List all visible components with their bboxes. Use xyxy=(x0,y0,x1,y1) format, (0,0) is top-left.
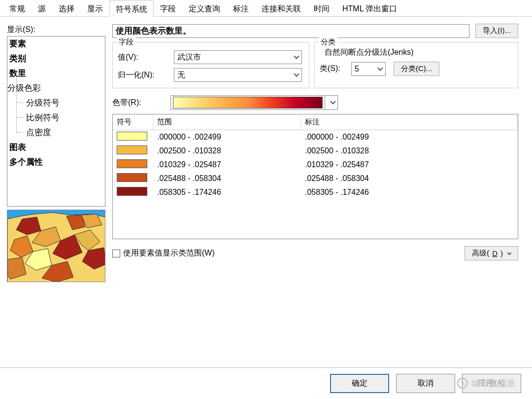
apply-button[interactable]: 应用(A) xyxy=(462,374,521,393)
classification-legend: 分类 xyxy=(319,37,337,47)
cancel-button[interactable]: 取消 xyxy=(396,374,455,393)
color-ramp-label: 色带(R): xyxy=(112,98,166,108)
class-range[interactable]: .000000 - .002499 xyxy=(153,131,301,143)
chevron-down-icon xyxy=(330,99,335,104)
tree-features[interactable]: 要素 xyxy=(7,36,105,51)
value-label: 值(V): xyxy=(118,52,171,63)
color-ramp-dropdown[interactable] xyxy=(325,96,337,109)
symbology-category-tree[interactable]: 要素 类别 数里 分级色彩 分级符号 比例符号 点密度 图表 多个属性 xyxy=(7,36,105,207)
class-range[interactable]: .010329 - .025487 xyxy=(153,159,301,171)
value-field-select[interactable]: 武汉市 xyxy=(174,50,302,64)
tab-labels[interactable]: 标注 xyxy=(227,0,255,16)
tab-defquery[interactable]: 定义查询 xyxy=(182,0,227,16)
class-label[interactable]: .010329 - .025487 xyxy=(301,159,518,171)
color-ramp-preview xyxy=(173,97,323,109)
table-row[interactable]: .002500 - .010328.002500 - .010328 xyxy=(113,144,518,158)
header-label[interactable]: 标注 xyxy=(301,114,518,130)
classes-count-value: 5 xyxy=(355,65,359,73)
normalization-label: 归一化(N): xyxy=(118,70,171,80)
table-row[interactable]: .025488 - .058304.025488 - .058304 xyxy=(113,172,518,185)
tree-multi-attrs[interactable]: 多个属性 xyxy=(7,155,105,170)
tree-graduated-colors-label: 分级色彩 xyxy=(7,83,41,93)
color-ramp-select[interactable] xyxy=(170,95,338,110)
class-label[interactable]: .000000 - .002499 xyxy=(301,131,518,143)
fields-legend: 字段 xyxy=(117,37,135,47)
table-row[interactable]: .000000 - .002499.000000 - .002499 xyxy=(113,130,518,144)
value-field-value: 武汉市 xyxy=(177,52,201,63)
class-range[interactable]: .058305 - .174246 xyxy=(153,186,301,198)
chevron-down-icon xyxy=(294,71,299,76)
class-swatch[interactable] xyxy=(117,159,147,168)
tab-joins[interactable]: 连接和关联 xyxy=(255,0,307,16)
classification-fieldset: 分类 自然间断点分级法(Jenks) 类(S): 5 分类(C)... xyxy=(314,42,518,88)
class-label[interactable]: .002500 - .010328 xyxy=(301,145,518,157)
header-symbol[interactable]: 符号 xyxy=(113,114,153,130)
chevron-down-icon xyxy=(377,65,383,71)
classes-count-select[interactable]: 5 xyxy=(351,62,386,76)
tab-bar: 常规 源 选择 显示 符号系统 字段 定义查询 标注 连接和关联 时间 HTML… xyxy=(0,0,532,17)
tab-symbology[interactable]: 符号系统 xyxy=(109,0,154,17)
ok-button[interactable]: 确定 xyxy=(330,374,389,393)
class-swatch[interactable] xyxy=(117,187,147,196)
tab-htmlpopup[interactable]: HTML 弹出窗口 xyxy=(336,0,403,16)
tree-dot-density[interactable]: 点密度 xyxy=(7,125,105,140)
class-table-header: 符号 范围 标注 xyxy=(113,114,518,130)
normalization-select[interactable]: 无 xyxy=(174,68,302,82)
checkbox-icon xyxy=(112,250,120,257)
tab-fields[interactable]: 字段 xyxy=(154,0,182,16)
class-label[interactable]: .058305 - .174246 xyxy=(301,186,518,198)
tab-display[interactable]: 显示 xyxy=(81,0,109,16)
tree-graduated-colors[interactable]: 分级色彩 xyxy=(7,81,105,96)
chevron-down-icon xyxy=(294,53,299,59)
import-button[interactable]: 导入(I)... xyxy=(475,24,518,38)
tree-proportional-symbols[interactable]: 比例符号 xyxy=(7,110,105,125)
tree-graduated-symbols[interactable]: 分级符号 xyxy=(7,96,105,110)
symbology-description: 使用颜色表示数里。 xyxy=(112,24,469,38)
tab-time[interactable]: 时间 xyxy=(307,0,336,16)
class-swatch[interactable] xyxy=(117,145,147,154)
show-feature-values-checkbox[interactable]: 使用要素值显示类范围(W) xyxy=(112,248,215,258)
show-feature-values-label: 使用要素值显示类范围(W) xyxy=(123,248,215,258)
class-range[interactable]: .002500 - .010328 xyxy=(153,145,301,157)
show-label: 显示(S): xyxy=(7,22,105,36)
classify-button[interactable]: 分类(C)... xyxy=(394,62,439,76)
dialog-footer: 确定 取消 应用(A) xyxy=(0,367,532,399)
tree-charts[interactable]: 图表 xyxy=(7,140,105,155)
tab-general[interactable]: 常规 xyxy=(3,0,32,16)
fields-fieldset: 字段 值(V): 武汉市 归一化(N): 无 xyxy=(112,42,309,88)
classification-method: 自然间断点分级法(Jenks) xyxy=(325,47,513,58)
normalization-value: 无 xyxy=(177,70,185,80)
class-swatch[interactable] xyxy=(117,173,147,182)
tab-selection[interactable]: 选择 xyxy=(52,0,81,16)
tree-categories[interactable]: 类别 xyxy=(7,51,105,66)
class-range[interactable]: .025488 - .058304 xyxy=(153,173,301,184)
table-row[interactable]: .058305 - .174246.058305 - .174246 xyxy=(113,185,518,199)
class-label[interactable]: .025488 - .058304 xyxy=(301,173,518,184)
class-swatch[interactable] xyxy=(117,132,147,141)
tree-quantities[interactable]: 数里 xyxy=(7,66,105,81)
class-table[interactable]: 符号 范围 标注 .000000 - .002499.000000 - .002… xyxy=(112,114,518,239)
header-range[interactable]: 范围 xyxy=(153,114,301,130)
tab-source[interactable]: 源 xyxy=(32,0,52,16)
chevron-down-icon xyxy=(507,251,511,254)
classes-label: 类(S): xyxy=(320,64,348,74)
map-preview xyxy=(7,210,105,282)
table-row[interactable]: .010329 - .025487.010329 - .025487 xyxy=(113,158,518,172)
advanced-button[interactable]: 高级(D) xyxy=(465,246,518,260)
